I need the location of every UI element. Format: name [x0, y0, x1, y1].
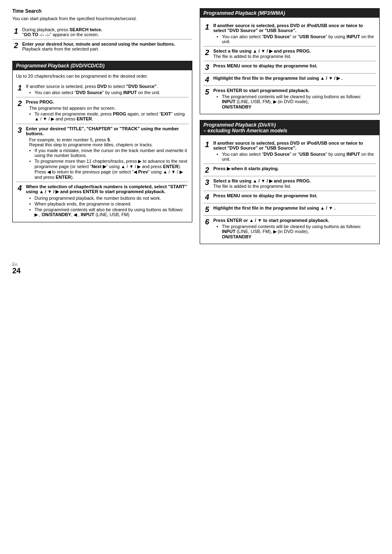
step-content: Press PROG. The programme list appears o… — [26, 99, 189, 122]
step-item: 1 If another source is selected, press D… — [203, 138, 376, 164]
step-number: 4 — [203, 76, 211, 83]
step-sub: The file is added to the programme list. — [213, 54, 376, 59]
step-content: If another source is selected, press DVD… — [213, 141, 376, 162]
step-content: If another source is selected, press DVD… — [213, 23, 376, 44]
step-content: Enter your desired "TITLE", "CHAPTER" or… — [26, 126, 189, 180]
bullet-item: • The programmed contents will be cleare… — [217, 224, 376, 229]
mp3-section: Programmed Playback (MP3/WMA) 1 If anoth… — [200, 8, 380, 114]
step-number: 4 — [16, 185, 23, 192]
step-content: Highlight the first file in the programm… — [213, 76, 376, 81]
step-content: Press ENTER to start programmed playback… — [213, 88, 376, 109]
step-sub: The programme list appears on the screen… — [26, 106, 189, 122]
step-content: Enter your desired hour, minute and seco… — [22, 42, 192, 51]
time-search-title: Time Search — [12, 8, 192, 14]
page-footer: En 24 — [12, 262, 380, 275]
step-number: 3 — [203, 179, 211, 186]
step-item: 3 Press MENU once to display the program… — [203, 61, 376, 73]
footer-lang: En — [12, 262, 380, 267]
step-content: Press ▶ when it starts playing. — [213, 166, 376, 171]
step-item: 3 Select a file using ▲ / ▼ / ▶ and pres… — [203, 176, 376, 191]
mp3-section-body: 1 If another source is selected, press D… — [200, 18, 379, 114]
time-search-description: You can start playback from the specifie… — [12, 16, 192, 21]
dvd-section: Programmed Playback (DVD/VCD/CD) Up to 2… — [12, 61, 192, 222]
step-item: 2 Press PROG. The programme list appears… — [16, 97, 189, 124]
step-sub: • During programmed playback, the number… — [26, 196, 189, 217]
right-column: Programmed Playback (MP3/WMA) 1 If anoth… — [200, 8, 380, 250]
divx-section-title: Programmed Playback (DivX®)– excluding N… — [200, 120, 379, 135]
step-item: 6 Press ENTER or ▲ / ▼ to start programm… — [203, 215, 376, 241]
step-number: 3 — [203, 64, 211, 71]
step-number: 6 — [203, 218, 211, 226]
bullet-item: • You can also select "DVD Source" or "U… — [217, 34, 376, 44]
step-item: 4 Highlight the first file in the progra… — [203, 73, 376, 85]
step-content: Press MENU once to display the programme… — [213, 193, 376, 198]
step-sub: For example, to enter number 5, press 5.… — [26, 137, 189, 180]
dvd-section-body: Up to 20 chapters/tracks can be programm… — [13, 70, 192, 222]
step-bullets: • The programmed contents will be cleare… — [213, 224, 376, 239]
step-main: Select a file using ▲ / ▼ / ▶ and press … — [213, 178, 376, 184]
step-number: 5 — [203, 88, 211, 96]
step-main: If another source is selected, press DVD… — [213, 23, 376, 33]
left-column: Time Search You can start playback from … — [12, 8, 192, 250]
mp3-steps: 1 If another source is selected, press D… — [203, 21, 376, 111]
step-content: During playback, press SEARCH twice. "GO… — [22, 27, 192, 37]
step-main: Enter your desired "TITLE", "CHAPTER" or… — [26, 126, 189, 136]
step-number: 3 — [16, 127, 23, 134]
step-main: Press ▶ when it starts playing. — [213, 166, 376, 171]
step-main: Highlight the first file in the programm… — [213, 205, 376, 210]
step-item: 1 During playback, press SEARCH twice. "… — [12, 25, 192, 39]
step-item: 5 Highlight the first file in the progra… — [203, 203, 376, 215]
step-number: 2 — [203, 49, 211, 56]
divx-steps: 1 If another source is selected, press D… — [203, 138, 376, 241]
step-main: Select a file using ▲ / ▼ / ▶ and press … — [213, 48, 376, 54]
bullet-item: • To programme more than 11 chapters/tra… — [29, 159, 189, 180]
step-content: Select a file using ▲ / ▼ / ▶ and press … — [213, 48, 376, 59]
step-main: Enter your desired hour, minute and seco… — [22, 42, 192, 46]
step-item: 2 Press ▶ when it starts playing. — [203, 164, 376, 176]
step-main: Highlight the first file in the programm… — [213, 76, 376, 81]
step-item: 4 When the selection of chapter/track nu… — [16, 182, 189, 219]
step-number: 2 — [16, 100, 23, 107]
step-sub: "GO TO -:- -:-" appears on the screen. — [22, 32, 192, 37]
bullet-item: • When playback ends, the programme is c… — [29, 201, 189, 206]
time-search-steps: 1 During playback, press SEARCH twice. "… — [12, 25, 192, 53]
step-item: 4 Press MENU once to display the program… — [203, 191, 376, 203]
bullet-item: • If you made a mistake, move the cursor… — [29, 148, 189, 158]
step-number: 1 — [16, 84, 23, 92]
step-item: 3 Enter your desired "TITLE", "CHAPTER" … — [16, 124, 189, 182]
dvd-intro: Up to 20 chapters/tracks can be programm… — [16, 74, 189, 78]
step-number: 1 — [203, 141, 211, 148]
step-main: During playback, press SEARCH twice. — [22, 27, 192, 32]
dvd-section-title: Programmed Playback (DVD/VCD/CD) — [13, 61, 192, 70]
mp3-section-title: Programmed Playback (MP3/WMA) — [200, 9, 379, 18]
footer-number: 24 — [12, 267, 380, 275]
step-item: 1 If another source is selected, press D… — [203, 21, 376, 46]
step-sub: Playback starts from the selected part. — [22, 46, 192, 51]
step-bullets: • The programmed contents will be cleare… — [213, 94, 376, 109]
step-number: 2 — [12, 42, 20, 49]
step-content: Press ENTER or ▲ / ▼ to start programmed… — [213, 218, 376, 239]
step-main: Press MENU once to display the programme… — [213, 193, 376, 198]
step-main: If another source is selected, press DVD… — [213, 141, 376, 150]
step-main: Press ENTER or ▲ / ▼ to start programmed… — [213, 218, 376, 223]
step-main: Press ENTER to start programmed playback… — [213, 88, 376, 93]
step-number: 1 — [203, 23, 211, 31]
step-bullets: • You can also select "DVD Source" or "U… — [213, 34, 376, 44]
divx-section-body: 1 If another source is selected, press D… — [200, 135, 379, 244]
bullet-item: • The programmed contents will also be c… — [29, 207, 189, 212]
step-bullets: • You can also select "DVD Source" by us… — [26, 90, 189, 95]
bullet-item: • To cancel the programme mode, press PR… — [29, 111, 189, 122]
step-main: Press MENU once to display the programme… — [213, 63, 376, 68]
step-content: Select a file using ▲ / ▼ / ▶ and press … — [213, 178, 376, 189]
step-item: 1 If another source is selected, press D… — [16, 82, 189, 97]
step-item: 2 Select a file using ▲ / ▼ / ▶ and pres… — [203, 46, 376, 61]
step-main: Press PROG. — [26, 99, 189, 104]
bullet-item: • You can also select "DVD Source" or "U… — [217, 152, 376, 162]
step-bullets: • You can also select "DVD Source" or "U… — [213, 152, 376, 162]
dvd-steps: 1 If another source is selected, press D… — [16, 82, 189, 219]
step-content: If another source is selected, press DVD… — [26, 84, 189, 95]
step-item: 5 Press ENTER to start programmed playba… — [203, 85, 376, 111]
step-main: If another source is selected, press DVD… — [26, 84, 189, 89]
step-content: Press MENU once to display the programme… — [213, 63, 376, 68]
step-content: Highlight the first file in the programm… — [213, 205, 376, 210]
